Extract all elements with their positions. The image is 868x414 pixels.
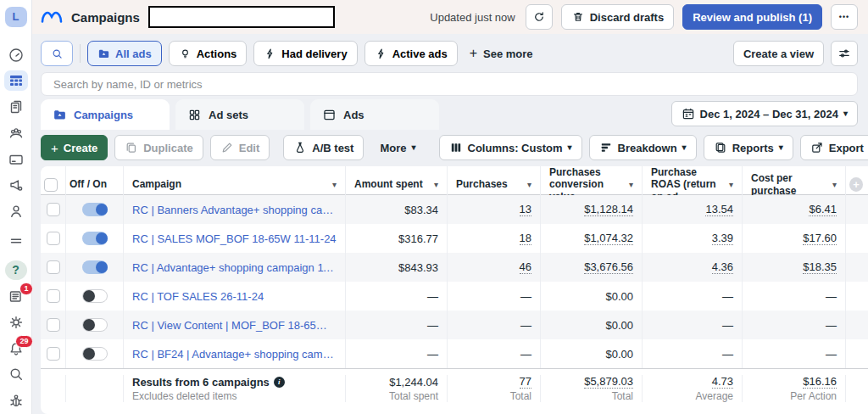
account-avatar[interactable]: L <box>5 7 27 27</box>
see-more-button[interactable]: +See more <box>465 46 538 61</box>
row-checkbox[interactable] <box>47 260 60 274</box>
campaign-name-link[interactable]: RC | SALES MOF_BOF 18-65W 11-11-24 <box>132 232 337 245</box>
roas-value[interactable]: 3.39 <box>712 232 733 245</box>
export-button[interactable]: Export <box>800 135 868 160</box>
campaign-toggle[interactable] <box>82 232 108 245</box>
ab-test-label: A/B test <box>312 142 353 154</box>
ads-settings-nav-icon[interactable] <box>4 175 28 195</box>
campaign-toggle[interactable] <box>82 203 108 216</box>
purchases-value[interactable]: 13 <box>520 203 531 216</box>
pencil-icon <box>220 141 234 154</box>
create-view-button[interactable]: Create a view <box>733 41 824 66</box>
filter-active-ads[interactable]: Active ads <box>364 41 458 66</box>
discard-drafts-button[interactable]: Discard drafts <box>561 4 674 30</box>
row-checkbox[interactable] <box>47 318 60 332</box>
all-tools-menu[interactable] <box>4 231 28 251</box>
campaign-name-link[interactable]: RC | Advantage+ shopping campaign 11-11-… <box>132 261 337 274</box>
bolt-icon <box>375 48 387 60</box>
chevron-down-icon: ▾ <box>779 143 783 152</box>
conversion-value[interactable]: $1,128.14 <box>584 203 633 216</box>
refresh-button[interactable] <box>526 4 553 30</box>
campaigns-nav-icon[interactable] <box>4 70 28 91</box>
cost-per-purchase-value[interactable]: $17.60 <box>803 232 837 245</box>
duplicate-button[interactable]: Duplicate <box>114 135 203 160</box>
conversion-total-label: Total <box>612 390 633 402</box>
overview-gauge-icon[interactable] <box>4 45 28 65</box>
report-bug-button[interactable] <box>4 390 28 411</box>
amount-spent-value: $316.77 <box>398 232 438 245</box>
row-checkbox[interactable] <box>47 289 60 303</box>
updated-status: Updated just now <box>430 11 515 24</box>
row-checkbox[interactable] <box>47 232 60 245</box>
ads-manager-app: L ? 1 29 Campaigns Updated just now Disc… <box>0 0 868 414</box>
cpp-total-label: Per Action <box>790 390 837 402</box>
updates-button[interactable]: 1 <box>4 286 28 306</box>
edit-button[interactable]: Edit <box>210 135 270 160</box>
campaign-toggle[interactable] <box>82 318 108 332</box>
table-row: RC | BF24 | Advantage+ shopping campaign… <box>41 339 868 368</box>
columns-button[interactable]: Columns: Custom▾ <box>439 135 582 160</box>
notifications-button[interactable]: 29 <box>4 338 28 359</box>
breakdown-button[interactable]: Breakdown▾ <box>589 135 697 160</box>
purchases-value[interactable]: 46 <box>520 260 531 274</box>
row-checkbox[interactable] <box>47 347 60 361</box>
more-menu-button[interactable]: More▾ <box>370 135 425 160</box>
conversion-total-value[interactable]: $5,879.03 <box>584 375 633 389</box>
more-options-button[interactable]: ••• <box>831 4 858 30</box>
filter-actions-label: Actions <box>197 48 237 60</box>
pages-nav-icon[interactable] <box>4 97 28 117</box>
campaign-toggle[interactable] <box>82 260 108 274</box>
bolt-icon <box>264 48 276 60</box>
purchases-value[interactable]: 18 <box>520 232 531 245</box>
search-nav-button[interactable] <box>4 365 28 385</box>
purchases-total-value[interactable]: 77 <box>520 375 531 389</box>
filter-search-button[interactable] <box>41 41 73 66</box>
person-icon <box>8 203 25 220</box>
filter-had-delivery[interactable]: Had delivery <box>253 41 357 66</box>
view-settings-button[interactable] <box>831 41 858 66</box>
campaign-toggle[interactable] <box>82 289 108 303</box>
help-button[interactable]: ? <box>5 260 27 281</box>
campaign-name-link[interactable]: RC | TOF SALES 26-11-24 <box>132 290 264 303</box>
roas-value[interactable]: 4.36 <box>712 260 733 274</box>
select-all-checkbox[interactable] <box>44 178 58 192</box>
gear-icon <box>8 314 25 331</box>
conversion-value[interactable]: $1,074.32 <box>584 232 633 245</box>
cpp-total-value[interactable]: $16.16 <box>803 375 837 389</box>
ab-test-button[interactable]: A/B test <box>283 135 364 160</box>
sort-caret-icon: ▾ <box>434 181 438 189</box>
row-checkbox[interactable] <box>47 203 60 216</box>
campaign-name-link[interactable]: RC | BF24 | Advantage+ shopping campaign… <box>132 348 337 361</box>
date-range-button[interactable]: Dec 1, 2024 – Dec 31, 2024▾ <box>671 101 858 126</box>
audiences-nav-icon[interactable] <box>4 123 28 143</box>
grid-icon <box>187 108 202 122</box>
campaign-toggle[interactable] <box>82 347 108 361</box>
roas-value[interactable]: 13.54 <box>705 203 733 216</box>
tab-ad-sets[interactable]: Ad sets <box>175 99 304 130</box>
people-icon <box>8 125 25 142</box>
conversion-value: $0.00 <box>605 319 633 332</box>
info-icon[interactable]: i <box>274 377 285 388</box>
filter-all-ads[interactable]: All ads <box>87 41 162 66</box>
purchases-value: — <box>520 348 531 361</box>
meta-logo <box>41 9 63 25</box>
tab-ads[interactable]: Ads <box>310 99 439 130</box>
review-publish-button[interactable]: Review and publish (1) <box>682 4 822 30</box>
cost-per-purchase-value[interactable]: $18.35 <box>803 260 837 274</box>
table-row: RC | TOF SALES 26-11-24 — — $0.00 — — <box>41 282 868 310</box>
filter-actions[interactable]: Actions <box>169 41 248 66</box>
settings-button[interactable] <box>4 312 28 333</box>
campaign-name-link[interactable]: RC | View Content | MOF_BOF 18-65W 15-11… <box>132 319 337 332</box>
cost-per-purchase-value[interactable]: $6.41 <box>809 203 837 216</box>
roas-average-value[interactable]: 4.73 <box>712 375 733 389</box>
tab-campaigns[interactable]: Campaigns <box>41 99 170 130</box>
billing-nav-icon[interactable] <box>4 149 28 170</box>
search-input[interactable] <box>41 72 858 96</box>
create-button[interactable]: +Create <box>41 135 108 160</box>
reports-button[interactable]: Reports▾ <box>704 135 793 160</box>
campaign-name-link[interactable]: RC | Banners Advantage+ shopping campaig… <box>132 204 337 216</box>
conversion-value[interactable]: $3,676.56 <box>584 260 633 274</box>
edit-label: Edit <box>239 142 260 154</box>
account-nav-icon[interactable] <box>4 201 28 221</box>
redacted-account-box[interactable] <box>148 6 335 28</box>
